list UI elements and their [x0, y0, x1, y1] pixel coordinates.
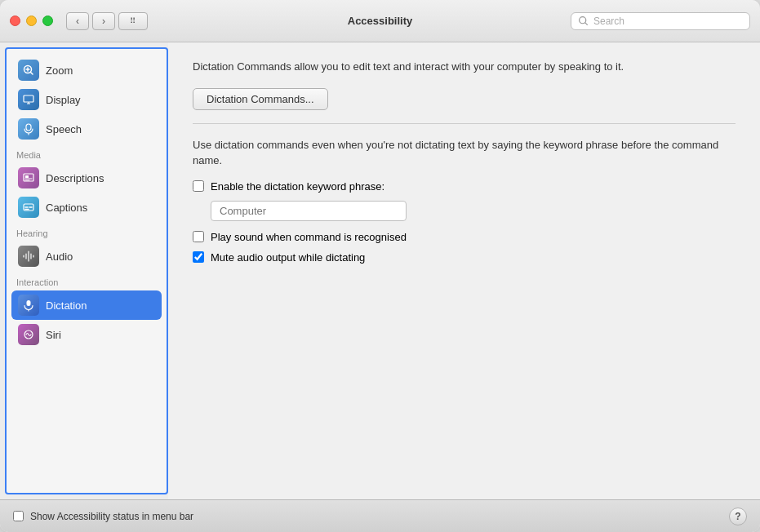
dictation-label: Dictation	[46, 299, 155, 312]
search-icon	[578, 16, 589, 26]
sidebar: Zoom Display	[5, 47, 168, 494]
minimize-button[interactable]	[26, 16, 37, 26]
display-label: Display	[46, 94, 155, 106]
enable-keyword-row: Enable the dictation keyword phrase:	[193, 180, 736, 193]
dictation-icon	[18, 295, 39, 316]
titlebar: ‹ › ⠿ Accessibility	[0, 0, 760, 42]
keyword-description: Use dictation commands even when you're …	[193, 137, 736, 169]
window-title: Accessibility	[348, 15, 413, 27]
forward-button[interactable]: ›	[92, 12, 115, 30]
mute-audio-label[interactable]: Mute audio output while dictating	[211, 251, 365, 264]
detail-panel: Dictation Commands allow you to edit tex…	[168, 42, 760, 499]
svg-line-1	[585, 23, 587, 24]
svg-rect-19	[27, 300, 31, 306]
forward-icon: ›	[102, 16, 105, 27]
enable-keyword-checkbox[interactable]	[193, 180, 204, 192]
sidebar-item-speech[interactable]: Speech	[11, 114, 162, 144]
speech-icon	[18, 118, 39, 140]
keyword-input[interactable]	[211, 201, 407, 221]
search-input[interactable]	[593, 16, 743, 27]
play-sound-checkbox[interactable]	[193, 231, 204, 242]
grid-icon: ⠿	[130, 16, 136, 25]
nav-buttons: ‹ › ⠿	[66, 12, 148, 30]
zoom-label: Zoom	[46, 64, 155, 77]
traffic-lights	[10, 16, 53, 26]
sidebar-item-dictation[interactable]: Dictation	[11, 290, 162, 320]
svg-rect-6	[24, 95, 33, 102]
sidebar-item-zoom[interactable]: Zoom	[11, 55, 162, 85]
grid-button[interactable]: ⠿	[118, 12, 148, 30]
svg-line-3	[31, 73, 33, 75]
media-category: Media	[11, 144, 162, 163]
siri-icon	[18, 324, 39, 345]
main-content: Zoom Display	[0, 42, 760, 499]
zoom-icon	[18, 60, 39, 81]
speech-label: Speech	[46, 123, 155, 135]
show-status-row: Show Accessibility status in menu bar	[13, 511, 722, 522]
enable-keyword-label[interactable]: Enable the dictation keyword phrase:	[211, 180, 384, 193]
captions-icon	[18, 197, 39, 218]
mute-audio-row: Mute audio output while dictating	[193, 251, 736, 264]
show-status-label[interactable]: Show Accessibility status in menu bar	[30, 511, 193, 522]
sidebar-item-captions[interactable]: Captions	[11, 193, 162, 222]
section-divider-1	[193, 123, 736, 124]
interaction-category: Interaction	[11, 271, 162, 290]
sidebar-item-audio[interactable]: Audio	[11, 242, 162, 271]
sidebar-item-descriptions[interactable]: Descriptions	[11, 163, 162, 193]
audio-icon	[18, 246, 39, 267]
main-window: ‹ › ⠿ Accessibility	[0, 0, 760, 532]
sidebar-item-display[interactable]: Display	[11, 85, 162, 114]
descriptions-icon	[18, 167, 39, 188]
search-box	[571, 12, 750, 30]
audio-label: Audio	[46, 250, 155, 263]
play-sound-label[interactable]: Play sound when command is recognised	[211, 231, 407, 243]
dictation-commands-button[interactable]: Dictation Commands...	[193, 88, 328, 110]
hearing-category: Hearing	[11, 222, 162, 242]
display-icon	[18, 89, 39, 110]
mute-audio-checkbox[interactable]	[193, 251, 204, 263]
back-button[interactable]: ‹	[66, 12, 89, 30]
captions-label: Captions	[46, 202, 155, 214]
play-sound-row: Play sound when command is recognised	[193, 231, 736, 243]
siri-label: Siri	[46, 329, 155, 341]
close-button[interactable]	[10, 16, 20, 26]
intro-text: Dictation Commands allow you to edit tex…	[193, 59, 736, 75]
svg-rect-9	[26, 124, 31, 131]
bottom-bar: Show Accessibility status in menu bar ?	[0, 499, 760, 532]
maximize-button[interactable]	[42, 16, 53, 26]
descriptions-label: Descriptions	[46, 172, 155, 184]
svg-rect-14	[25, 175, 29, 178]
show-status-checkbox[interactable]	[13, 511, 24, 521]
help-button[interactable]: ?	[729, 508, 747, 525]
sidebar-item-siri[interactable]: Siri	[11, 320, 162, 349]
back-icon: ‹	[76, 16, 79, 27]
